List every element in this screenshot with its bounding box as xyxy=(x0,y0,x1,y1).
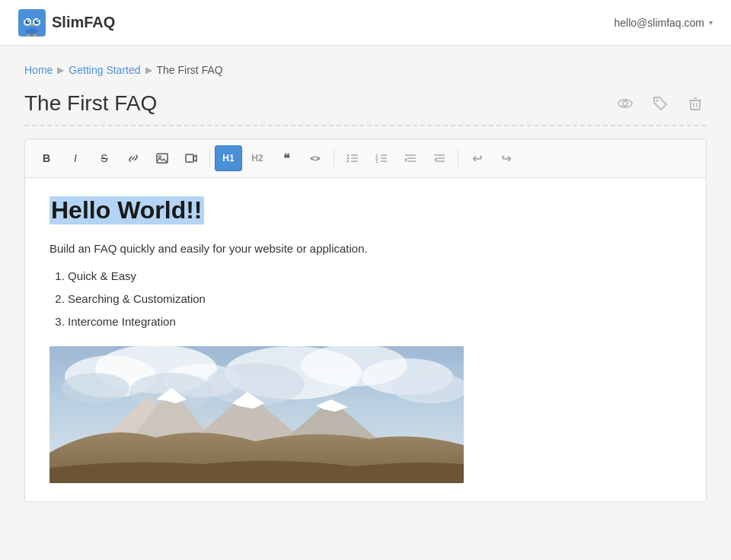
svg-point-17 xyxy=(656,100,659,102)
svg-point-16 xyxy=(623,101,627,106)
breadcrumb: Home ▶ Getting Started ▶ The First FAQ xyxy=(24,64,707,76)
svg-point-6 xyxy=(37,21,38,22)
toolbar-sep-2 xyxy=(334,149,334,167)
editor-content[interactable]: Hello World!! Build an FAQ quickly and e… xyxy=(25,178,706,501)
indent-button[interactable] xyxy=(397,145,424,171)
list-item: Intercome Integration xyxy=(68,313,682,331)
title-actions xyxy=(614,92,707,115)
image-button[interactable] xyxy=(148,145,176,171)
editor-container: B I S xyxy=(24,138,707,502)
slimfaq-logo-icon xyxy=(18,9,46,37)
list-item: Searching & Customization xyxy=(68,290,682,308)
svg-point-28 xyxy=(347,161,350,163)
svg-text:3.: 3. xyxy=(375,159,379,164)
user-email: hello@slimfaq.com xyxy=(614,17,704,29)
editor-image xyxy=(49,346,464,483)
bold-button[interactable]: B xyxy=(33,145,60,171)
tag-button[interactable] xyxy=(649,92,672,115)
h2-button[interactable]: H2 xyxy=(244,145,271,171)
ordered-list-icon: 1. 2. 3. xyxy=(375,151,388,165)
logo-area: SlimFAQ xyxy=(18,9,115,37)
svg-rect-25 xyxy=(186,154,193,162)
unordered-list-button[interactable] xyxy=(339,145,366,171)
svg-point-27 xyxy=(347,158,350,160)
editor-toolbar: B I S xyxy=(25,139,706,178)
svg-point-54 xyxy=(61,373,129,403)
image-icon xyxy=(155,151,169,165)
preview-button[interactable] xyxy=(614,92,637,115)
h1-button[interactable]: H1 xyxy=(215,145,242,171)
italic-button[interactable]: I xyxy=(62,145,89,171)
breadcrumb-sep-2: ▶ xyxy=(145,65,152,75)
toolbar-sep-1 xyxy=(209,149,210,167)
video-button[interactable] xyxy=(177,145,205,171)
tag-icon xyxy=(652,95,669,112)
dropdown-arrow-icon: ▾ xyxy=(709,18,713,27)
svg-point-5 xyxy=(27,21,29,22)
breadcrumb-home-link[interactable]: Home xyxy=(24,64,53,76)
video-icon xyxy=(184,151,198,165)
landscape-scene xyxy=(49,346,464,483)
trash-icon xyxy=(687,95,704,112)
link-icon xyxy=(126,151,140,165)
svg-point-3 xyxy=(25,20,30,24)
ordered-list-button[interactable]: 1. 2. 3. xyxy=(368,145,395,171)
breadcrumb-current: The First FAQ xyxy=(157,64,223,76)
page-title-area: The First FAQ xyxy=(24,91,707,126)
logo-text: SlimFAQ xyxy=(52,14,115,31)
user-menu[interactable]: hello@slimfaq.com ▾ xyxy=(614,17,713,29)
editor-heading: Hello World!! xyxy=(49,196,204,224)
svg-rect-18 xyxy=(691,100,700,110)
code-button[interactable]: <> xyxy=(302,145,329,171)
unordered-list-icon xyxy=(346,151,359,165)
quote-button[interactable]: ❝ xyxy=(273,145,300,171)
outdent-button[interactable] xyxy=(426,145,453,171)
svg-point-10 xyxy=(26,28,38,34)
editor-paragraph: Build an FAQ quickly and easily for your… xyxy=(49,240,682,258)
list-item: Quick & Easy xyxy=(68,267,682,285)
app-header: SlimFAQ hello@slimfaq.com ▾ xyxy=(0,0,731,46)
svg-marker-41 xyxy=(405,158,407,162)
svg-point-24 xyxy=(159,156,161,158)
svg-point-4 xyxy=(34,20,39,24)
page-title: The First FAQ xyxy=(24,91,157,116)
delete-button[interactable] xyxy=(684,92,707,115)
toolbar-sep-3 xyxy=(458,149,458,167)
indent-icon xyxy=(404,151,417,165)
svg-point-26 xyxy=(347,154,350,157)
breadcrumb-category-link[interactable]: Getting Started xyxy=(69,64,140,76)
breadcrumb-sep-1: ▶ xyxy=(57,65,64,75)
editor-ordered-list: Quick & Easy Searching & Customization I… xyxy=(68,267,682,331)
main-content: Home ▶ Getting Started ▶ The First FAQ T… xyxy=(0,46,731,520)
redo-button[interactable]: ↪ xyxy=(492,145,519,171)
link-button[interactable] xyxy=(120,145,147,171)
eye-icon xyxy=(617,95,634,112)
outdent-icon xyxy=(433,151,446,165)
undo-button[interactable]: ↩ xyxy=(463,145,490,171)
strikethrough-button[interactable]: S xyxy=(91,145,118,171)
svg-marker-45 xyxy=(434,158,436,162)
